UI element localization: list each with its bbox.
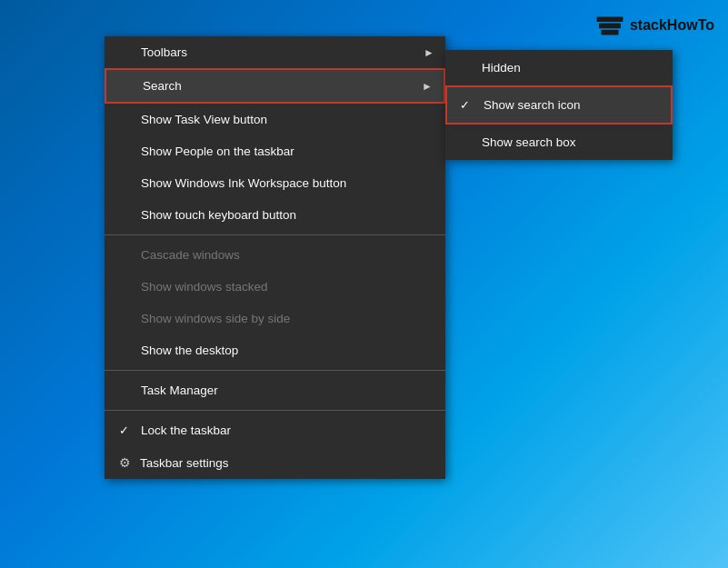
task-manager-label: Task Manager [141,384,218,397]
gear-icon: ⚙ [119,455,131,470]
search-icon-label: Show search icon [484,98,581,112]
stacked-label: Show windows stacked [141,280,268,294]
menu-item-stacked: Show windows stacked [105,271,445,303]
touch-label: Show touch keyboard button [141,208,296,222]
task-view-label: Show Task View button [141,113,267,126]
menu-item-ink[interactable]: Show Windows Ink Workspace button [105,167,445,199]
menu-item-people[interactable]: Show People on the taskbar [105,135,445,167]
check-icon: ✓ [460,98,470,112]
menu-item-task-manager[interactable]: Task Manager [105,374,445,406]
svg-rect-1 [599,24,621,29]
menu-item-side-by-side: Show windows side by side [105,303,445,334]
separator-3 [105,410,445,411]
check-icon: ✓ [119,424,129,437]
search-submenu: Hidden ✓ Show search icon Show search bo… [445,50,673,160]
svg-rect-0 [597,16,623,22]
menu-item-touch[interactable]: Show touch keyboard button [105,199,445,231]
svg-rect-2 [601,30,618,35]
lock-label: Lock the taskbar [141,424,231,437]
menu-item-settings[interactable]: ⚙ Taskbar settings [105,446,445,479]
menu-item-desktop[interactable]: Show the desktop [105,334,445,366]
search-box-label: Show search box [482,135,576,149]
search-label: Search [143,79,182,93]
toolbars-label: Toolbars [141,45,187,59]
arrow-icon: ► [424,46,434,59]
separator-1 [105,234,445,235]
menu-item-lock[interactable]: ✓ Lock the taskbar [105,414,445,446]
cascade-label: Cascade windows [141,248,240,262]
hidden-label: Hidden [482,61,521,75]
menu-item-toolbars[interactable]: Toolbars ► [105,36,445,68]
ink-label: Show Windows Ink Workspace button [141,176,346,190]
desktop-label: Show the desktop [141,344,238,357]
menu-item-cascade: Cascade windows [105,239,445,271]
stackhowto-logo: stackHowTo [595,11,714,40]
people-label: Show People on the taskbar [141,144,294,158]
stack-icon [595,11,624,40]
submenu-item-search-icon[interactable]: ✓ Show search icon [445,85,673,125]
separator-2 [105,370,445,371]
logo-text: stackHowTo [630,17,714,34]
settings-label: Taskbar settings [140,456,229,470]
submenu-item-search-box[interactable]: Show search box [445,125,673,160]
arrow-icon: ► [422,80,433,93]
menu-item-search[interactable]: Search ► [105,68,445,104]
side-by-side-label: Show windows side by side [141,312,290,325]
context-menu: Toolbars ► Search ► Show Task View butto… [105,36,445,479]
submenu-item-hidden[interactable]: Hidden [445,50,673,85]
menu-item-task-view[interactable]: Show Task View button [105,104,445,135]
